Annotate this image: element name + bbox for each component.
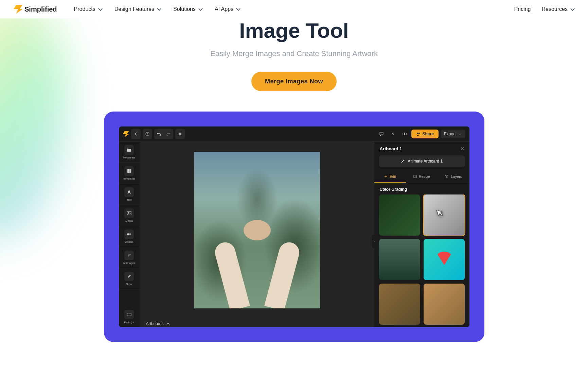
chevron-down-icon: [98, 7, 102, 11]
logo-mark-icon: [14, 5, 22, 14]
color-grading-preset[interactable]: [424, 194, 465, 236]
artboard-image[interactable]: [194, 152, 320, 308]
cursor-icon: [435, 207, 445, 220]
chat-icon: [379, 132, 384, 136]
sidebar-label: Media: [125, 219, 133, 222]
sidebar-item-media[interactable]: Media: [119, 205, 140, 226]
nav-label: Resources: [542, 6, 568, 12]
svg-point-10: [127, 233, 129, 235]
svg-rect-6: [127, 171, 129, 173]
tab-layers[interactable]: Layers: [438, 171, 469, 183]
color-grading-preset[interactable]: [424, 284, 465, 325]
merge-images-button[interactable]: Merge Images Now: [251, 72, 337, 91]
undo-button[interactable]: [154, 129, 164, 139]
layers-icon: [445, 175, 449, 178]
sidebar-label: Text: [127, 198, 132, 201]
folder-icon: [124, 145, 134, 155]
chevron-down-icon: [236, 7, 240, 11]
artboards-label: Artboards: [146, 321, 164, 326]
nav-item-products[interactable]: Products: [74, 6, 102, 12]
hero-subtitle: Easily Merge Images and Create Stunning …: [14, 49, 574, 58]
canvas-area: › Artboards: [140, 142, 374, 327]
canvas-viewport[interactable]: [140, 142, 374, 319]
back-button[interactable]: [131, 129, 141, 139]
resize-icon: [413, 175, 417, 178]
panel-title: Artboard 1: [380, 146, 402, 151]
brand-logo[interactable]: Simplified: [14, 5, 57, 14]
sidebar-item-templates[interactable]: Templates: [119, 163, 140, 184]
nav-item-pricing[interactable]: Pricing: [514, 6, 531, 12]
svg-rect-13: [128, 314, 128, 314]
panel-collapse-handle[interactable]: ›: [372, 235, 377, 248]
animate-label: Animate Artboard 1: [408, 159, 443, 164]
share-button[interactable]: Share: [411, 130, 438, 138]
close-panel-button[interactable]: [461, 146, 464, 151]
top-navigation: Simplified Products Design Features Solu…: [0, 0, 588, 18]
svg-rect-4: [127, 169, 129, 171]
nav-label: Solutions: [173, 6, 196, 12]
redo-icon: [166, 132, 171, 136]
app-logo-icon[interactable]: [123, 131, 129, 137]
history-button[interactable]: [143, 129, 152, 139]
color-grading-preset[interactable]: [379, 194, 420, 236]
tab-edit[interactable]: Edit: [374, 171, 406, 183]
color-grading-preset[interactable]: [379, 284, 420, 325]
tab-label: Layers: [451, 174, 462, 179]
svg-point-1: [179, 133, 181, 135]
svg-point-9: [128, 212, 129, 213]
keyboard-icon: [124, 310, 134, 319]
undo-redo-group: [154, 129, 173, 139]
chevron-down-icon: [458, 133, 461, 135]
app-body: My assets Templates A Text Media: [119, 142, 469, 327]
panel-header: Artboard 1: [374, 142, 469, 155]
color-grading-thumbnails: [374, 194, 469, 327]
gear-icon: [178, 132, 182, 136]
svg-point-18: [385, 176, 386, 177]
sidebar-item-my-assets[interactable]: My assets: [119, 142, 140, 163]
color-grading-preset[interactable]: [379, 239, 420, 280]
nav-item-resources[interactable]: Resources: [542, 6, 574, 12]
sidebar-label: Draw: [126, 283, 132, 286]
nav-item-ai-apps[interactable]: AI Apps: [215, 6, 240, 12]
sidebar-item-ai-images[interactable]: AI Images: [119, 247, 140, 268]
sidebar-label: AI Images: [123, 261, 135, 265]
nav-item-solutions[interactable]: Solutions: [173, 6, 202, 12]
svg-point-2: [404, 133, 405, 135]
nav-label: Pricing: [514, 6, 531, 12]
svg-rect-12: [127, 313, 131, 316]
artboards-footer[interactable]: Artboards: [140, 319, 374, 327]
settings-button[interactable]: [175, 129, 185, 139]
undo-icon: [157, 132, 161, 136]
chevron-down-icon: [570, 7, 574, 11]
sidebar-item-visuals[interactable]: Visuals: [119, 226, 140, 247]
sidebar-item-draw[interactable]: Draw: [119, 268, 140, 289]
animate-artboard-button[interactable]: Animate Artboard 1: [379, 155, 465, 167]
nav-label: Design Features: [114, 6, 154, 12]
app-preview-frame: Share Export My assets: [104, 112, 484, 342]
hero-title: Image Tool: [14, 18, 574, 43]
svg-point-3: [417, 133, 418, 134]
export-button[interactable]: Export: [441, 130, 465, 138]
tab-label: Resize: [419, 174, 430, 179]
svg-rect-16: [130, 314, 130, 314]
redo-button[interactable]: [164, 129, 173, 139]
preview-button[interactable]: [400, 129, 409, 139]
grid-icon: [124, 166, 134, 176]
color-grading-preset[interactable]: [424, 239, 465, 280]
left-sidebar: My assets Templates A Text Media: [119, 142, 140, 327]
comments-button[interactable]: [377, 129, 386, 139]
sidebar-item-text[interactable]: A Text: [119, 184, 140, 205]
share-label: Share: [422, 132, 433, 136]
tab-resize[interactable]: Resize: [406, 171, 438, 183]
nav-label: AI Apps: [215, 6, 233, 12]
user-plus-icon: [416, 132, 420, 136]
svg-rect-14: [128, 314, 129, 314]
nav-item-design-features[interactable]: Design Features: [114, 6, 161, 12]
bolt-button[interactable]: [388, 129, 398, 139]
sidebar-label: Templates: [123, 177, 135, 180]
sidebar-item-hotkeys[interactable]: Hotkeys: [119, 306, 140, 327]
panel-tabs: Edit Resize Layers: [374, 171, 469, 183]
svg-rect-15: [129, 314, 129, 314]
right-panel: Artboard 1 Animate Artboard 1 Edit: [374, 142, 469, 327]
bolt-icon: [391, 132, 395, 136]
